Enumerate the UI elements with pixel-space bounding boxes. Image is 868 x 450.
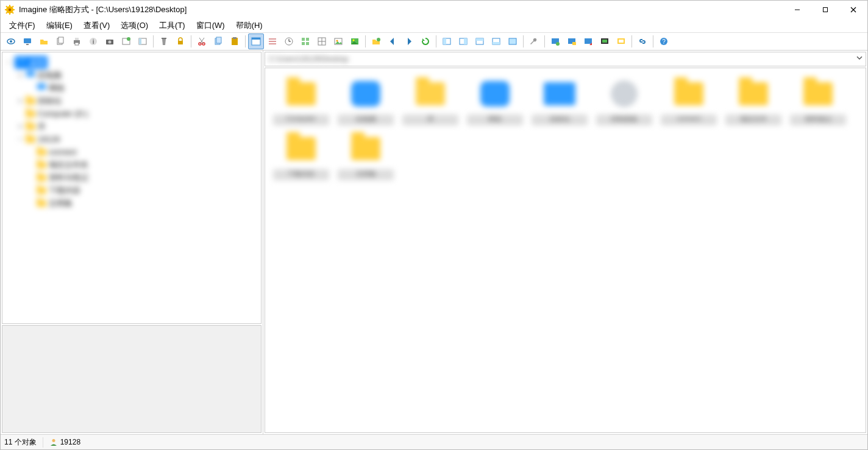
screen5-icon[interactable]	[613, 33, 629, 49]
thumbnail-item[interactable]: connect	[656, 77, 721, 125]
details-icon[interactable]	[297, 33, 313, 49]
close-button[interactable]	[839, 1, 867, 19]
new-window-icon[interactable]	[118, 33, 134, 49]
folder-open-icon[interactable]	[36, 33, 52, 49]
forward-icon[interactable]	[401, 33, 417, 49]
screen4-icon[interactable]	[597, 33, 613, 49]
thumbnail-item[interactable]: 资料笔记	[786, 77, 850, 125]
clock-icon[interactable]	[281, 33, 297, 49]
svg-line-8	[12, 6, 13, 7]
back-icon[interactable]	[385, 33, 400, 49]
menu-window[interactable]: 窗口(W)	[191, 19, 230, 32]
address-bar[interactable]: C:\Users\19128\Desktop	[265, 52, 866, 66]
thumbnail-icon	[411, 77, 450, 111]
screen1-icon[interactable]	[547, 33, 563, 49]
tree-item[interactable]: +回收站	[6, 94, 257, 107]
tree-expander-icon[interactable]: +	[17, 94, 23, 107]
svg-rect-31	[162, 38, 166, 39]
tree-item[interactable]: +库	[6, 120, 257, 133]
link-icon[interactable]	[635, 33, 650, 49]
svg-rect-40	[233, 37, 237, 39]
menu-file[interactable]: 文件(F)	[4, 19, 40, 32]
thumbnails-pane[interactable]: Computer此电脑库网络回收站控制面板connect项目文件资料笔记下载内容…	[265, 68, 866, 433]
thumbnail-item[interactable]: 文档集	[333, 132, 398, 180]
svg-rect-69	[509, 38, 516, 44]
print-icon[interactable]	[69, 33, 85, 49]
thumbnail-item[interactable]: Computer	[269, 77, 333, 125]
tree-item[interactable]: +此电脑	[6, 69, 257, 82]
copy-icon[interactable]	[52, 33, 68, 49]
minimize-button[interactable]	[783, 1, 811, 19]
screen3-icon[interactable]	[580, 33, 596, 49]
pane3-icon[interactable]	[472, 33, 488, 49]
menu-edit[interactable]: 编辑(E)	[41, 19, 77, 32]
maximize-button[interactable]	[811, 1, 839, 19]
tree-item-label: 下载内容	[49, 184, 80, 197]
help-icon[interactable]: ?	[656, 33, 672, 49]
tree-item[interactable]: Computer (D:)	[6, 107, 257, 120]
pane2-icon[interactable]	[455, 33, 471, 49]
pane5-icon[interactable]	[505, 33, 521, 49]
thumbnail-item[interactable]: 下载内容	[269, 132, 333, 180]
tree-item[interactable]: 文档集	[6, 197, 257, 209]
view-icon[interactable]	[3, 33, 19, 49]
tree-item[interactable]: 下载内容	[6, 184, 257, 197]
status-user-label: 19128	[60, 438, 80, 446]
grid-icon[interactable]	[314, 33, 330, 49]
thumbnail-item[interactable]: 项目文件	[721, 77, 786, 125]
list-icon[interactable]	[265, 33, 280, 49]
scenery-icon[interactable]	[347, 33, 363, 49]
svg-rect-51	[302, 42, 305, 45]
tree-item[interactable]: 资料与笔记	[6, 171, 257, 184]
thumbnail-item[interactable]: 回收站	[527, 77, 592, 125]
thumbnail-item[interactable]: 网络	[463, 77, 527, 125]
panel-icon[interactable]	[135, 33, 151, 49]
tree-item[interactable]: connect	[6, 146, 257, 158]
pane4-icon[interactable]	[488, 33, 504, 49]
svg-rect-49	[302, 38, 305, 41]
folder-icon	[37, 161, 46, 169]
tree-item-label: connect	[49, 146, 77, 158]
tree-expander-icon[interactable]: +	[17, 69, 23, 82]
menu-help[interactable]: 帮助(H)	[231, 19, 268, 32]
copy2-icon[interactable]	[210, 33, 226, 49]
refresh-icon[interactable]	[418, 33, 433, 49]
tree-expander-icon[interactable]: −	[6, 56, 12, 69]
title-bar: Imagine 缩略图方式 - [C:\Users\19128\Desktop]	[1, 1, 867, 19]
monitor-icon[interactable]	[20, 33, 35, 49]
thumbnail-item[interactable]: 此电脑	[333, 77, 398, 125]
screen2-icon[interactable]	[564, 33, 580, 49]
menu-options[interactable]: 选项(O)	[116, 19, 153, 32]
thumbnail-item[interactable]: 库	[398, 77, 463, 125]
cut-icon[interactable]	[194, 33, 210, 49]
tree-item[interactable]: 网络	[6, 82, 257, 94]
menu-tools[interactable]: 工具(T)	[154, 19, 190, 32]
tree-item[interactable]: −19128	[6, 133, 257, 146]
address-dropdown-icon[interactable]	[856, 54, 863, 63]
tree-item[interactable]: −桌面	[6, 56, 257, 69]
tree-expander-icon[interactable]: −	[17, 133, 23, 146]
wrench-icon[interactable]	[526, 33, 542, 49]
tree-item[interactable]: 项目文件夹	[6, 158, 257, 171]
pane1-icon[interactable]	[439, 33, 455, 49]
svg-rect-78	[619, 40, 624, 43]
folder-tree-pane[interactable]: −桌面+此电脑网络+回收站Computer (D:)+库−19128connec…	[2, 52, 261, 324]
svg-text:?: ?	[662, 38, 666, 45]
info-icon[interactable]: i	[85, 33, 101, 49]
status-count: 11 个对象	[4, 437, 43, 448]
image-icon[interactable]	[330, 33, 346, 49]
window-mode-icon[interactable]	[248, 33, 264, 49]
thumbnail-icon	[669, 77, 708, 111]
menu-view[interactable]: 查看(V)	[79, 19, 115, 32]
camera-icon[interactable]	[102, 33, 118, 49]
thumbnail-item[interactable]: 控制面板	[592, 77, 656, 125]
svg-point-28	[127, 37, 130, 41]
lock-icon[interactable]	[173, 33, 188, 49]
thumbnail-label: 文档集	[338, 169, 394, 180]
paste-icon[interactable]	[227, 33, 243, 49]
delete-icon[interactable]	[156, 33, 172, 49]
svg-rect-38	[216, 37, 221, 43]
tree-expander-icon[interactable]: +	[17, 120, 23, 133]
home-folder-icon[interactable]	[368, 33, 384, 49]
svg-rect-21	[75, 38, 79, 40]
